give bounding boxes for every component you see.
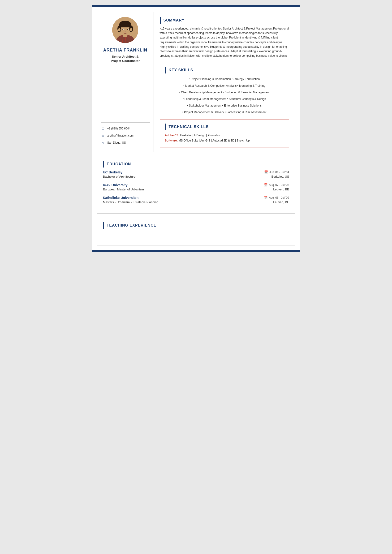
location-contact: ⌂ San Diego, US <box>101 140 150 145</box>
skill-item: • Project Management & Delivery • Foreca… <box>165 109 284 115</box>
education-bar <box>103 161 104 167</box>
phone-icon: □ <box>101 126 105 131</box>
calendar-icon: 📅 <box>264 196 267 199</box>
edu-date: 📅 Jun '01 - Jul '04 <box>264 170 289 174</box>
main-content: SUMMARY ~15 years experienced, dynamic &… <box>154 12 295 152</box>
education-entry: IUAV University 📅 Aug '07 - Jul '08 Euro… <box>103 183 289 191</box>
tech-skills-text: Adobe CS: Illustrator | InDesign | Photo… <box>165 133 284 143</box>
adobe-value: Illustrator | InDesign | Photoshop <box>179 134 221 137</box>
tech-skills-title: TECHNICAL SKILLS <box>169 125 209 129</box>
candidate-title: Senior Architect & Project Coordinator <box>103 55 147 63</box>
adobe-label: Adobe CS: <box>165 134 179 137</box>
summary-text: ~15 years experienced, dynamic & result-… <box>160 27 289 58</box>
teaching-experience-section: TEACHING EXPERIENCE <box>97 217 295 245</box>
education-entry: UC Berkeley 📅 Jun '01 - Jul '04 Bachelor… <box>103 170 289 178</box>
edu-row-bottom: European Master of Urbanism Leuven, BE <box>103 187 289 191</box>
edu-institution: IUAV University <box>103 183 128 187</box>
teaching-header: TEACHING EXPERIENCE <box>103 222 289 229</box>
resume-page: ARETHA FRANKLiN Senior Architect & Proje… <box>92 5 300 252</box>
email-value: aretha@hiration.com <box>107 134 134 137</box>
education-entry: Katholieke Universiteit 📅 Aug '08 - Jul … <box>103 196 289 204</box>
email-icon: ✉ <box>101 133 105 138</box>
software-value: MS Office Suite | Arc GIS | Autocad 2D &… <box>178 139 250 142</box>
edu-date-value: Jun '01 - Jul '04 <box>269 171 289 174</box>
bottom-accent-bar <box>92 250 300 252</box>
summary-title: SUMMARY <box>163 18 185 22</box>
phone-value: +1 (888) 555 6644 <box>107 127 130 130</box>
page-content: ARETHA FRANKLiN Senior Architect & Proje… <box>92 7 300 250</box>
edu-institution: Katholieke Universiteit <box>103 196 139 200</box>
edu-row-bottom: Bachelor of Architecture Berkeley, US <box>103 175 289 178</box>
skills-list: • Project Planning & Coordination • Stra… <box>165 76 284 115</box>
key-skills-bar <box>165 67 166 74</box>
skill-item: • Leadership & Team Management • Structu… <box>165 96 284 102</box>
candidate-name: ARETHA FRANKLiN <box>103 48 147 53</box>
software-line: Software: MS Office Suite | Arc GIS | Au… <box>165 138 284 143</box>
tech-skills-box: TECHNICAL SKILLS Adobe CS: Illustrator |… <box>160 120 289 147</box>
svg-point-19 <box>130 28 132 31</box>
edu-row-top: IUAV University 📅 Aug '07 - Jul '08 <box>103 183 289 187</box>
contact-section: □ +1 (888) 555 6644 ✉ aretha@hiration.co… <box>101 122 150 147</box>
svg-point-16 <box>127 29 128 30</box>
education-entries: UC Berkeley 📅 Jun '01 - Jul '04 Bachelor… <box>103 170 289 204</box>
edu-date-value: Aug '07 - Jul '08 <box>269 183 289 187</box>
summary-header: SUMMARY <box>160 17 289 24</box>
skill-item: • Market Research & Competition Analysis… <box>165 83 284 89</box>
adobe-cs-line: Adobe CS: Illustrator | InDesign | Photo… <box>165 133 284 138</box>
phone-contact: □ +1 (888) 555 6644 <box>101 126 150 131</box>
avatar <box>112 17 138 43</box>
edu-date-value: Aug '08 - Jul '09 <box>269 196 289 199</box>
edu-date: 📅 Aug '07 - Jul '08 <box>264 183 289 187</box>
edu-location: Berkeley, US <box>272 175 289 178</box>
skill-item: • Stakeholder Management • Enterprise Bu… <box>165 103 284 108</box>
svg-point-15 <box>122 29 124 30</box>
tech-skills-header: TECHNICAL SKILLS <box>165 124 284 130</box>
edu-row-bottom: Masters - Urbanism & Strategic Planning … <box>103 200 289 204</box>
teaching-bar <box>103 222 104 229</box>
edu-location: Leuven, BE <box>273 187 289 191</box>
svg-point-17 <box>125 31 126 32</box>
key-skills-box: KEY SKILLS • Project Planning & Coordina… <box>160 63 289 120</box>
edu-degree: Bachelor of Architecture <box>103 175 136 178</box>
tech-skills-bar <box>165 124 166 130</box>
teaching-title: TEACHING EXPERIENCE <box>107 223 156 228</box>
top-section: ARETHA FRANKLiN Senior Architect & Proje… <box>97 12 295 152</box>
skill-item: • Project Planning & Coordination • Stra… <box>165 76 284 82</box>
location-icon: ⌂ <box>101 140 105 145</box>
calendar-icon: 📅 <box>264 183 267 187</box>
summary-bar <box>160 17 161 24</box>
software-label: Software: <box>165 139 178 142</box>
name-section: ARETHA FRANKLiN Senior Architect & Proje… <box>103 48 147 63</box>
edu-location: Leuven, BE <box>273 200 289 204</box>
location-value: San Diego, US <box>107 141 126 144</box>
top-accent-bar <box>92 5 300 7</box>
key-skills-header: KEY SKILLS <box>165 67 284 74</box>
edu-institution: UC Berkeley <box>103 170 123 174</box>
education-section: EDUCATION UC Berkeley 📅 Jun '01 - Jul '0… <box>97 156 295 214</box>
sidebar: ARETHA FRANKLiN Senior Architect & Proje… <box>97 12 154 152</box>
calendar-icon: 📅 <box>264 170 268 174</box>
edu-row-top: Katholieke Universiteit 📅 Aug '08 - Jul … <box>103 196 289 200</box>
skill-item: • Client Relationship Management • Budge… <box>165 90 284 95</box>
edu-date: 📅 Aug '08 - Jul '09 <box>264 196 289 199</box>
svg-point-18 <box>118 28 120 31</box>
svg-rect-12 <box>119 23 131 28</box>
edu-degree: European Master of Urbanism <box>103 187 144 191</box>
edu-degree: Masters - Urbanism & Strategic Planning <box>103 200 159 204</box>
key-skills-title: KEY SKILLS <box>169 68 193 72</box>
email-contact: ✉ aretha@hiration.com <box>101 133 150 138</box>
edu-row-top: UC Berkeley 📅 Jun '01 - Jul '04 <box>103 170 289 174</box>
education-title: EDUCATION <box>107 162 131 166</box>
education-header: EDUCATION <box>103 161 289 167</box>
